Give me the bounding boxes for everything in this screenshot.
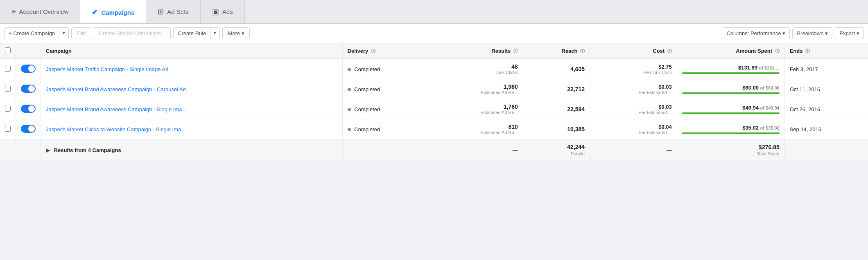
header-results: Results ⓘ [428, 43, 523, 59]
create-campaign-button[interactable]: + Create Campaign [5, 28, 59, 39]
row-checkbox-cell[interactable] [0, 119, 16, 139]
row-campaign: Jasper's Market Traffic Campaign - Singl… [41, 59, 343, 79]
tab-campaigns[interactable]: ✔ Campaigns [80, 0, 146, 23]
row-cost: $0.03 Per Estimated ... [590, 79, 677, 99]
expand-icon[interactable]: ▶ [46, 147, 50, 153]
campaign-link[interactable]: Jasper's Market Clicks to Website Campai… [46, 126, 185, 132]
results-info-icon[interactable]: ⓘ [513, 49, 518, 54]
more-chevron-icon: ▾ [242, 30, 244, 36]
campaigns-table: Campaign Delivery ⓘ Results ⓘ Reach ⓘ Co… [0, 43, 868, 161]
row-reach: 4,605 [523, 59, 590, 79]
row-checkbox[interactable] [5, 126, 11, 132]
header-select-all[interactable] [0, 43, 16, 59]
campaigns-icon: ✔ [92, 8, 98, 17]
ads-icon: ▣ [212, 7, 219, 16]
table-row: Jasper's Market Traffic Campaign - Singl… [0, 59, 868, 79]
create-campaign-dropdown-arrow[interactable]: ▾ [59, 28, 68, 39]
export-dropdown[interactable]: Export ▾ [835, 27, 864, 39]
columns-dropdown[interactable]: Columns: Performance ▾ [722, 27, 790, 39]
row-checkbox[interactable] [5, 106, 11, 112]
header-amount-spent: Amount Spent ⓘ [677, 43, 784, 59]
amount-info-icon[interactable]: ⓘ [775, 49, 780, 54]
select-all-checkbox[interactable] [5, 47, 11, 53]
row-cost: $2.75 Per Link Click [590, 59, 677, 79]
reach-info-icon[interactable]: ⓘ [580, 49, 585, 54]
row-cost: $0.04 Per Estimated ... [590, 119, 677, 139]
footer-delivery [342, 139, 428, 161]
create-similar-button[interactable]: Create Similar Campaigns... [94, 27, 171, 39]
row-checkbox[interactable] [5, 66, 11, 72]
tab-ad-sets[interactable]: ⊞ Ad Sets [146, 0, 201, 23]
tab-account-overview[interactable]: ≡ Account Overview [0, 0, 80, 23]
row-results: 810 Estimated Ad Re... [428, 119, 523, 139]
results-number: 1,980 [433, 83, 518, 90]
edit-button[interactable]: Edit [71, 27, 91, 39]
delivery-status: Completed [354, 66, 380, 72]
campaign-link[interactable]: Jasper's Market Brand Awareness Campaign… [46, 106, 186, 112]
amount-value: $131.89 of $131.... [682, 65, 780, 71]
budget-progress-fill [682, 132, 780, 134]
amount-of: of $60.00 [760, 85, 780, 90]
row-results: 48 Link Clicks [428, 59, 523, 79]
campaign-toggle[interactable] [21, 105, 36, 113]
footer-ends [784, 139, 868, 161]
row-amount-spent: $49.94 of $49.94 [677, 99, 784, 119]
campaign-toggle[interactable] [21, 85, 36, 93]
create-rule-button[interactable]: Create Rule [174, 28, 210, 39]
footer-check [0, 139, 16, 161]
row-checkbox-cell[interactable] [0, 99, 16, 119]
row-checkbox[interactable] [5, 86, 11, 92]
create-campaign-split[interactable]: + Create Campaign ▾ [4, 27, 69, 39]
budget-progress-bar [682, 92, 780, 94]
tab-bar: ≡ Account Overview ✔ Campaigns ⊞ Ad Sets… [0, 0, 868, 24]
results-number: 1,760 [433, 103, 518, 110]
budget-progress-bar [682, 72, 780, 74]
more-button[interactable]: More ▾ [222, 27, 250, 39]
campaign-link[interactable]: Jasper's Market Brand Awareness Campaign… [46, 86, 186, 92]
tab-ads[interactable]: ▣ Ads [201, 0, 245, 23]
create-rule-split[interactable]: Create Rule ▾ [173, 27, 220, 39]
breakdown-dropdown[interactable]: Breakdown ▾ [792, 27, 832, 39]
campaign-toggle[interactable] [21, 125, 36, 133]
cost-info-icon[interactable]: ⓘ [667, 49, 672, 54]
row-results: 1,980 Estimated Ad Re... [428, 79, 523, 99]
cost-label: Per Estimated ... [595, 130, 672, 135]
row-checkbox-cell[interactable] [0, 59, 16, 79]
row-checkbox-cell[interactable] [0, 79, 16, 99]
footer-label: ▶ Results from 4 Campaigns [41, 139, 343, 161]
table-row: Jasper's Market Clicks to Website Campai… [0, 119, 868, 139]
ends-info-icon[interactable]: ⓘ [805, 49, 810, 54]
campaign-link[interactable]: Jasper's Market Traffic Campaign - Singl… [46, 66, 168, 72]
footer-reach: 42,244People [523, 139, 590, 161]
results-label: Estimated Ad Re... [433, 130, 518, 135]
ad-sets-icon: ⊞ [158, 7, 164, 16]
campaign-toggle[interactable] [21, 65, 36, 73]
table-header-row: Campaign Delivery ⓘ Results ⓘ Reach ⓘ Co… [0, 43, 868, 59]
toolbar: + Create Campaign ▾ Edit Create Similar … [0, 24, 868, 43]
cost-value: $2.75 [595, 64, 672, 70]
amount-of: of $35.02 [760, 126, 780, 130]
header-toggle [16, 43, 41, 59]
row-campaign: Jasper's Market Brand Awareness Campaign… [41, 79, 343, 99]
row-toggle-cell[interactable] [16, 119, 41, 139]
row-toggle-cell[interactable] [16, 59, 41, 79]
budget-progress-bar [682, 112, 780, 114]
footer-row: ▶ Results from 4 Campaigns — 42,244Peopl… [0, 139, 868, 161]
breakdown-chevron-icon: ▾ [825, 30, 828, 36]
toolbar-right: Columns: Performance ▾ Breakdown ▾ Expor… [722, 27, 864, 39]
delivery-status-dot [348, 128, 351, 131]
row-toggle-cell[interactable] [16, 79, 41, 99]
row-ends: Feb 3, 2017 [784, 59, 868, 79]
row-ends: Sep 14, 2016 [784, 119, 868, 139]
delivery-info-icon[interactable]: ⓘ [371, 49, 375, 54]
footer-campaigns-label: Results from 4 Campaigns [54, 147, 121, 153]
budget-progress-bar [682, 132, 780, 134]
footer-amount-label: Total Spent [757, 151, 780, 156]
results-label: Estimated Ad Re... [433, 110, 518, 115]
create-rule-dropdown-arrow[interactable]: ▾ [210, 28, 219, 39]
cost-label: Per Estimated ... [595, 90, 672, 95]
budget-progress-fill [682, 92, 780, 94]
header-cost: Cost ⓘ [590, 43, 677, 59]
amount-value: $49.94 of $49.94 [682, 105, 780, 111]
row-toggle-cell[interactable] [16, 99, 41, 119]
